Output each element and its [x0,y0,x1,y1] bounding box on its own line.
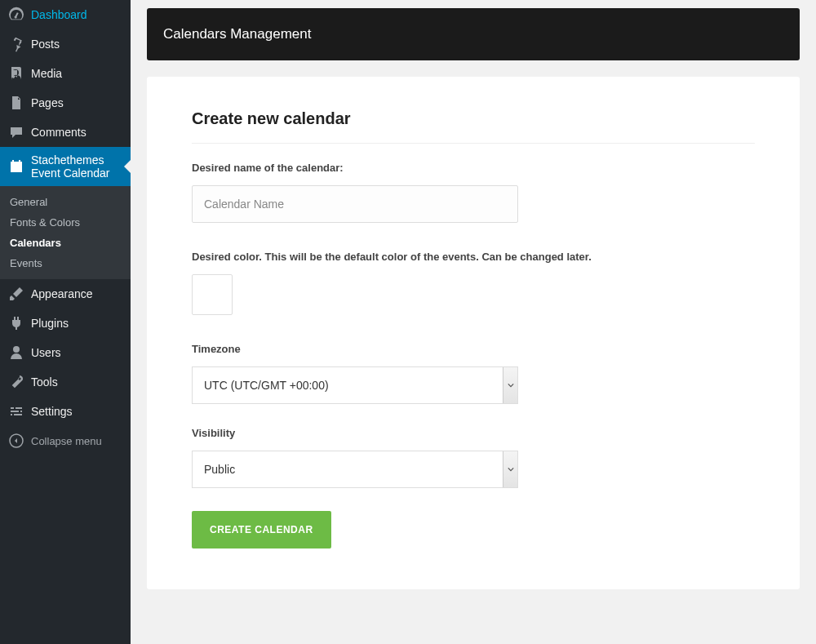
comment-icon [8,124,24,140]
admin-sidebar: Dashboard Posts Media Pages Comments Sta… [0,0,131,644]
color-picker[interactable] [192,274,233,315]
sidebar-item-appearance[interactable]: Appearance [0,279,131,309]
page-icon [8,95,24,111]
user-icon [8,344,24,361]
sidebar-item-users[interactable]: Users [0,338,131,367]
sidebar-item-comments[interactable]: Comments [0,118,131,147]
dashboard-icon [8,7,24,23]
visibility-label: Visibility [192,427,755,439]
sliders-icon [8,403,24,420]
sidebar-item-label: Settings [31,404,73,419]
brush-icon [8,286,24,302]
sidebar-item-media[interactable]: Media [0,59,131,88]
sidebar-item-label: Appearance [31,286,93,301]
sidebar-item-tools[interactable]: Tools [0,367,131,397]
plug-icon [8,315,24,331]
create-calendar-panel: Create new calendar Desired name of the … [147,77,800,589]
sidebar-sub-calendars[interactable]: Calendars [0,233,131,253]
sidebar-item-label: Tools [31,375,58,389]
sidebar-item-label: Users [31,345,61,360]
sidebar-item-label: Posts [31,37,60,51]
sidebar-item-label: Media [31,66,62,81]
sidebar-item-label: Stachethemes Event Calendar [31,153,124,180]
calendar-name-input[interactable] [192,185,518,223]
sidebar-item-label: Pages [31,95,64,110]
name-label: Desired name of the calendar: [192,162,755,174]
page-header: Calendars Management [147,8,800,60]
sidebar-item-plugins[interactable]: Plugins [0,309,131,338]
color-label: Desired color. This will be the default … [192,251,755,263]
panel-heading: Create new calendar [192,109,755,144]
sidebar-item-label: Plugins [31,316,69,331]
pin-icon [8,36,24,52]
content-area: Calendars Management Create new calendar… [131,0,816,644]
sidebar-submenu: General Fonts & Colors Calendars Events [0,186,131,279]
sidebar-item-dashboard[interactable]: Dashboard [0,0,131,29]
sidebar-item-stachethemes[interactable]: Stachethemes Event Calendar [0,147,131,186]
sidebar-sub-general[interactable]: General [0,192,131,212]
timezone-label: Timezone [192,343,755,355]
create-calendar-button[interactable]: CREATE CALENDAR [192,511,331,549]
sidebar-sub-fonts-colors[interactable]: Fonts & Colors [0,212,131,233]
sidebar-item-label: Comments [31,125,86,140]
page-title: Calendars Management [163,26,311,42]
sidebar-item-pages[interactable]: Pages [0,88,131,118]
wrench-icon [8,374,24,390]
sidebar-item-posts[interactable]: Posts [0,29,131,59]
collapse-label: Collapse menu [31,435,102,447]
sidebar-item-label: Dashboard [31,7,87,22]
collapse-menu-button[interactable]: Collapse menu [0,426,131,455]
collapse-icon [8,433,24,449]
timezone-select[interactable]: UTC (UTC/GMT +00:00) [192,366,518,404]
sidebar-sub-events[interactable]: Events [0,253,131,273]
sidebar-item-settings[interactable]: Settings [0,397,131,426]
visibility-select[interactable]: Public [192,451,518,488]
media-icon [8,65,24,82]
calendar-icon [8,158,24,175]
